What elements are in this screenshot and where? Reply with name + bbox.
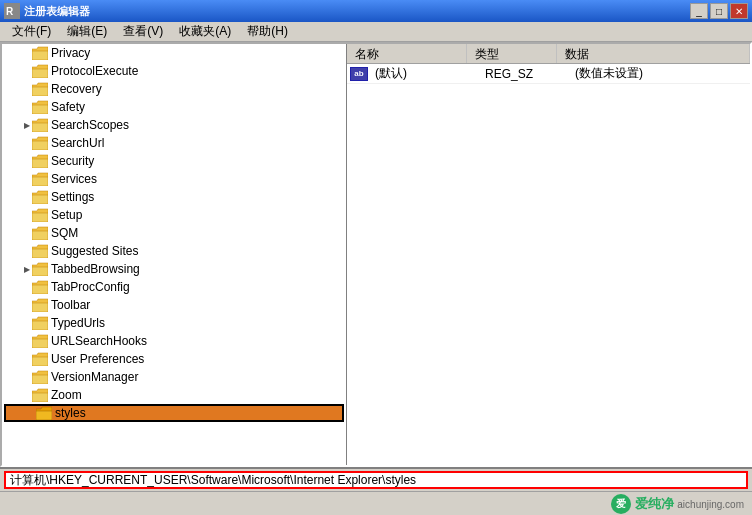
tree-item-security[interactable]: Security	[2, 152, 346, 170]
no-arrow	[22, 332, 32, 350]
tree-label: SearchScopes	[51, 118, 129, 132]
tree-item-zoom[interactable]: Zoom	[2, 386, 346, 404]
tree-item-tabbedbrowsing[interactable]: ▶ TabbedBrowsing	[2, 260, 346, 278]
tree-label: TypedUrls	[51, 316, 105, 330]
menu-file[interactable]: 文件(F)	[4, 21, 59, 42]
tree-label: Services	[51, 172, 97, 186]
tree-label: Safety	[51, 100, 85, 114]
title-bar-buttons: _ □ ✕	[690, 3, 748, 19]
svg-rect-21	[32, 213, 48, 222]
reg-value-icon: ab	[350, 67, 368, 81]
tree-item-searchscopes[interactable]: ▶ SearchScopes	[2, 116, 346, 134]
expand-arrow[interactable]: ▶	[22, 260, 32, 278]
tree-item-privacy[interactable]: Privacy	[2, 44, 346, 62]
folder-icon	[32, 100, 48, 114]
tree-label: TabbedBrowsing	[51, 262, 140, 276]
tree-item-services[interactable]: Services	[2, 170, 346, 188]
main-content: Privacy ProtocolExecute Recovery	[0, 42, 752, 467]
tree-item-tabprocconfig[interactable]: TabProcConfig	[2, 278, 346, 296]
tree-item-settings[interactable]: Settings	[2, 188, 346, 206]
tree-label: ProtocolExecute	[51, 64, 138, 78]
title-bar: R 注册表编辑器 _ □ ✕	[0, 0, 752, 22]
no-arrow	[22, 296, 32, 314]
svg-rect-29	[32, 285, 48, 294]
svg-rect-35	[32, 339, 48, 348]
tree-item-safety[interactable]: Safety	[2, 98, 346, 116]
reg-type: REG_SZ	[481, 67, 571, 81]
tree-label: Zoom	[51, 388, 82, 402]
tree-label: URLSearchHooks	[51, 334, 147, 348]
folder-icon	[32, 226, 48, 240]
tree-item-typedurls[interactable]: TypedUrls	[2, 314, 346, 332]
no-arrow	[22, 242, 32, 260]
registry-row[interactable]: ab (默认) REG_SZ (数值未设置)	[347, 64, 750, 84]
svg-rect-39	[32, 375, 48, 384]
no-arrow	[22, 62, 32, 80]
svg-rect-31	[32, 303, 48, 312]
folder-icon	[32, 64, 48, 78]
watermark: 爱 爱纯净 aichunjing.com	[611, 494, 744, 514]
folder-icon	[32, 82, 48, 96]
minimize-button[interactable]: _	[690, 3, 708, 19]
no-arrow	[22, 188, 32, 206]
no-arrow	[22, 314, 32, 332]
tree-item-recovery[interactable]: Recovery	[2, 80, 346, 98]
reg-name: (默认)	[371, 65, 481, 82]
tree-item-setup[interactable]: Setup	[2, 206, 346, 224]
tree-label: Privacy	[51, 46, 90, 60]
tree-label: Recovery	[51, 82, 102, 96]
svg-text:R: R	[6, 6, 14, 17]
svg-rect-15	[32, 159, 48, 168]
tree-item-versionmanager[interactable]: VersionManager	[2, 368, 346, 386]
col-header-name: 名称	[347, 44, 467, 63]
tree-label: User Preferences	[51, 352, 144, 366]
svg-rect-25	[32, 249, 48, 258]
folder-icon	[32, 136, 48, 150]
expand-arrow[interactable]: ▶	[22, 116, 32, 134]
tree-label: VersionManager	[51, 370, 138, 384]
maximize-button[interactable]: □	[710, 3, 728, 19]
tree-item-urlsearchhooks[interactable]: URLSearchHooks	[2, 332, 346, 350]
menu-favorites[interactable]: 收藏夹(A)	[171, 21, 239, 42]
watermark-bar: 爱 爱纯净 aichunjing.com	[0, 491, 752, 515]
tree-item-searchurl[interactable]: SearchUrl	[2, 134, 346, 152]
menu-help[interactable]: 帮助(H)	[239, 21, 296, 42]
svg-rect-27	[32, 267, 48, 276]
tree-item-toolbar[interactable]: Toolbar	[2, 296, 346, 314]
tree-label: styles	[55, 406, 86, 420]
no-arrow	[22, 386, 32, 404]
folder-icon	[32, 388, 48, 402]
svg-rect-13	[32, 141, 48, 150]
no-arrow	[22, 98, 32, 116]
folder-icon	[32, 172, 48, 186]
no-arrow	[22, 278, 32, 296]
tree-item-styles[interactable]: styles	[4, 404, 344, 422]
watermark-text: 爱纯净 aichunjing.com	[635, 495, 744, 513]
no-arrow	[22, 134, 32, 152]
tree-item-protocolexecute[interactable]: ProtocolExecute	[2, 62, 346, 80]
close-button[interactable]: ✕	[730, 3, 748, 19]
tree-label: Setup	[51, 208, 82, 222]
tree-item-sqm[interactable]: SQM	[2, 224, 346, 242]
tree-item-suggestedsites[interactable]: Suggested Sites	[2, 242, 346, 260]
svg-rect-9	[32, 105, 48, 114]
tree-label: Suggested Sites	[51, 244, 138, 258]
svg-rect-33	[32, 321, 48, 330]
folder-icon	[32, 298, 48, 312]
tree-item-userpreferences[interactable]: User Preferences	[2, 350, 346, 368]
status-bar: 计算机\HKEY_CURRENT_USER\Software\Microsoft…	[0, 467, 752, 491]
folder-icon	[32, 208, 48, 222]
no-arrow	[22, 152, 32, 170]
tree-label: SQM	[51, 226, 78, 240]
menu-bar: 文件(F) 编辑(E) 查看(V) 收藏夹(A) 帮助(H)	[0, 22, 752, 42]
no-arrow	[26, 404, 36, 422]
folder-icon	[32, 154, 48, 168]
folder-icon	[32, 190, 48, 204]
no-arrow	[22, 44, 32, 62]
tree-scroll[interactable]: Privacy ProtocolExecute Recovery	[2, 44, 346, 465]
menu-view[interactable]: 查看(V)	[115, 21, 171, 42]
column-headers: 名称 类型 数据	[347, 44, 750, 64]
folder-icon	[32, 280, 48, 294]
svg-rect-17	[32, 177, 48, 186]
menu-edit[interactable]: 编辑(E)	[59, 21, 115, 42]
